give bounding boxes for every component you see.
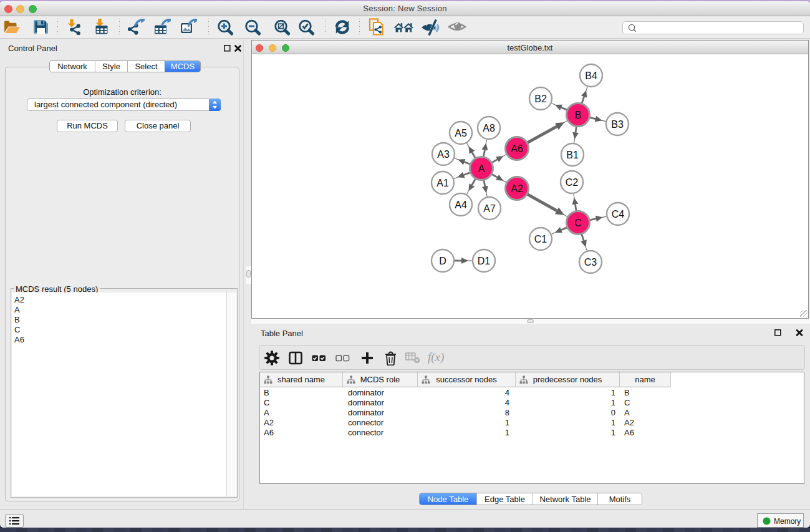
svg-text:B2: B2 bbox=[534, 94, 547, 104]
svg-text:B1: B1 bbox=[566, 150, 579, 160]
svg-text:A6: A6 bbox=[511, 143, 523, 154]
svg-text:C2: C2 bbox=[566, 177, 579, 188]
svg-text:C4: C4 bbox=[612, 209, 625, 220]
svg-text:B: B bbox=[575, 110, 582, 120]
svg-text:A4: A4 bbox=[455, 200, 467, 210]
svg-text:A3: A3 bbox=[437, 149, 450, 160]
svg-text:C: C bbox=[574, 218, 582, 228]
svg-text:D1: D1 bbox=[478, 256, 491, 266]
svg-text:B4: B4 bbox=[585, 70, 597, 81]
svg-text:A7: A7 bbox=[483, 203, 496, 214]
svg-text:C3: C3 bbox=[584, 257, 597, 268]
svg-text:A: A bbox=[478, 163, 485, 174]
svg-text:C1: C1 bbox=[534, 234, 547, 244]
svg-text:A1: A1 bbox=[436, 178, 449, 188]
svg-text:A8: A8 bbox=[483, 123, 495, 133]
svg-text:D: D bbox=[439, 256, 446, 266]
svg-text:A2: A2 bbox=[511, 183, 523, 194]
svg-text:A5: A5 bbox=[455, 128, 467, 138]
svg-text:B3: B3 bbox=[611, 119, 624, 130]
